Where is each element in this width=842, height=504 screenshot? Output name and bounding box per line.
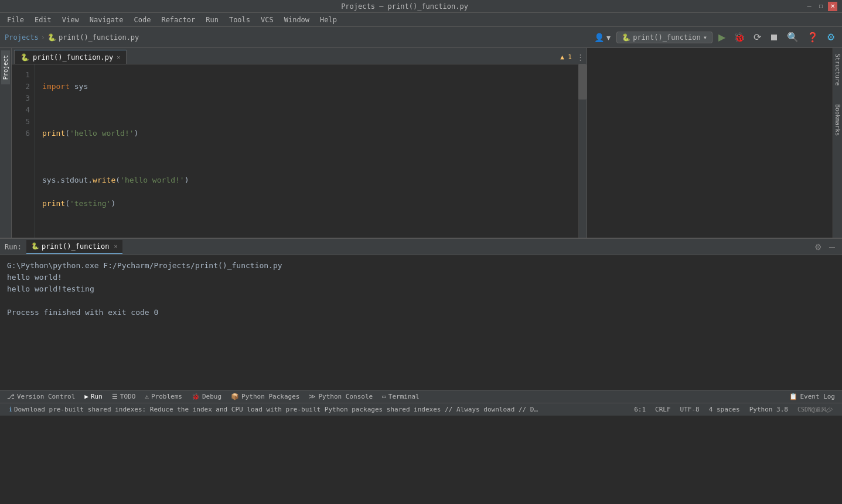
- python-file-icon: 🐍: [47, 33, 56, 42]
- main-content: Project 🐍 print()_function.py ✕ ▲ 1 ⋮: [0, 48, 842, 390]
- problems-icon: ⚠: [145, 393, 149, 400]
- status-python-version[interactable]: Python 3.8: [745, 406, 793, 413]
- tool-todo[interactable]: ☰ TODO: [107, 390, 141, 403]
- maximize-button[interactable]: □: [816, 2, 826, 11]
- bottom-tab-bar: Run: 🐍 print()_function ✕ ⚙ ─: [0, 239, 842, 255]
- python-console-label: Python Console: [318, 393, 373, 400]
- todo-icon: ☰: [112, 393, 118, 400]
- tool-debug[interactable]: 🐞 Debug: [187, 390, 226, 403]
- left-sidebar: Project: [0, 48, 12, 238]
- breadcrumb-separator: ›: [41, 33, 45, 42]
- tool-python-console[interactable]: ≫ Python Console: [304, 390, 377, 403]
- run-config-name: print()_function: [633, 33, 701, 42]
- menu-run[interactable]: Run: [201, 15, 223, 25]
- run-tab-name: print()_function: [42, 242, 110, 251]
- sidebar-tab-project[interactable]: Project: [1, 50, 10, 84]
- tool-event-log[interactable]: 📋 Event Log: [785, 390, 840, 403]
- code-editor[interactable]: 1 2 3 4 5 6 import sys print('hello worl…: [12, 64, 587, 238]
- settings-button[interactable]: ⚙: [824, 30, 837, 44]
- status-indent[interactable]: 4 spaces: [704, 406, 745, 413]
- python-packages-label: Python Packages: [241, 393, 299, 400]
- run-config-selector[interactable]: 🐍 print()_function ▾: [616, 32, 713, 43]
- menu-view[interactable]: View: [57, 15, 84, 25]
- notification-icon: ℹ: [9, 406, 12, 413]
- breadcrumb-filename[interactable]: print()_function.py: [59, 33, 139, 42]
- statusbar: ℹ Download pre-built shared indexes: Red…: [0, 403, 842, 416]
- help-button[interactable]: ❓: [804, 30, 821, 44]
- menu-edit[interactable]: Edit: [30, 15, 56, 25]
- titlebar: Projects – print()_function.py ─ □ ✕: [0, 0, 842, 13]
- run-config-dropdown-icon: ▾: [703, 33, 707, 42]
- editor-scrollbar[interactable]: [578, 64, 587, 238]
- menu-help[interactable]: Help: [315, 15, 342, 25]
- line-ending: CRLF: [655, 406, 671, 413]
- status-encoding[interactable]: UTF-8: [676, 406, 704, 413]
- toolbar-right: 👤 ▾ 🐍 print()_function ▾ ▶ 🐞 ⟳ ⏹ 🔍 ❓ ⚙: [592, 30, 837, 44]
- bookmarks-tab[interactable]: Bookmarks: [833, 101, 842, 139]
- status-csdn: CSDN@追风少: [793, 406, 837, 414]
- run-tab[interactable]: 🐍 print()_function ✕: [26, 240, 122, 254]
- notification-icon-area[interactable]: ℹ Download pre-built shared indexes: Red…: [5, 403, 546, 416]
- output-line-5: Process finished with exit code 0: [7, 307, 835, 318]
- code-content[interactable]: import sys print('hello world!') sys.std…: [35, 64, 578, 238]
- profile-button[interactable]: 👤 ▾: [592, 32, 613, 43]
- warning-indicator: ▲ 1: [560, 53, 572, 61]
- breadcrumb-projects[interactable]: Projects: [5, 33, 39, 42]
- editor-container: 🐍 print()_function.py ✕ ▲ 1 ⋮ 1 2 3 4: [12, 48, 587, 238]
- menu-navigate[interactable]: Navigate: [85, 15, 128, 25]
- version-control-label: Version Control: [17, 393, 75, 400]
- menu-window[interactable]: Window: [279, 15, 314, 25]
- tool-problems[interactable]: ⚠ Problems: [140, 390, 187, 403]
- python-version: Python 3.8: [749, 406, 788, 413]
- minimize-button[interactable]: ─: [804, 2, 814, 11]
- version-control-icon: ⎇: [7, 393, 15, 400]
- coverage-button[interactable]: ⟳: [751, 30, 763, 44]
- status-line-ending[interactable]: CRLF: [650, 406, 676, 413]
- tab-filename: print()_function.py: [33, 53, 113, 61]
- output-line-3: hello world!testing: [7, 283, 835, 295]
- bottom-tools-bar: ⎇ Version Control ▶ Run ☰ TODO ⚠ Problem…: [0, 390, 842, 403]
- run-tool-label: Run: [91, 393, 103, 400]
- menubar: File Edit View Navigate Code Refactor Ru…: [0, 13, 842, 27]
- run-config-icon: 🐍: [622, 33, 630, 42]
- menu-refactor[interactable]: Refactor: [156, 15, 200, 25]
- run-button[interactable]: ▶: [716, 30, 728, 44]
- debug-tool-label: Debug: [202, 393, 221, 400]
- tab-options-icon[interactable]: ⋮: [577, 53, 584, 61]
- tool-python-packages[interactable]: 📦 Python Packages: [226, 390, 304, 403]
- debug-button[interactable]: 🐞: [731, 30, 748, 44]
- status-position[interactable]: 6:1: [629, 406, 650, 413]
- python-console-icon: ≫: [309, 393, 316, 400]
- indent: 4 spaces: [709, 406, 740, 413]
- structure-tab[interactable]: Structure: [833, 50, 842, 89]
- menu-tools[interactable]: Tools: [224, 15, 255, 25]
- run-tab-close[interactable]: ✕: [114, 243, 118, 249]
- run-minimize-button[interactable]: ─: [827, 241, 837, 253]
- run-tab-icon: 🐍: [31, 242, 39, 250]
- tab-close-button[interactable]: ✕: [117, 54, 120, 60]
- run-settings-button[interactable]: ⚙: [812, 241, 824, 253]
- editor-tab-main[interactable]: 🐍 print()_function.py ✕: [14, 50, 127, 64]
- tool-run[interactable]: ▶ Run: [80, 390, 107, 403]
- line-numbers: 1 2 3 4 5 6: [12, 64, 35, 238]
- tool-terminal[interactable]: ▭ Terminal: [377, 390, 424, 403]
- right-sidebar: Structure Bookmarks: [833, 48, 842, 238]
- run-output: G:\Python\python.exe F:/Pycharm/Projects…: [0, 255, 842, 390]
- tab-file-icon: 🐍: [21, 53, 29, 61]
- stop-button[interactable]: ⏹: [767, 31, 781, 44]
- menu-code[interactable]: Code: [129, 15, 156, 25]
- tool-version-control[interactable]: ⎇ Version Control: [2, 390, 80, 403]
- title-text: Projects – print()_function.py: [5, 2, 804, 11]
- run-label: Run:: [5, 243, 22, 251]
- bottom-panel: Run: 🐍 print()_function ✕ ⚙ ─ G:\Python\…: [0, 238, 842, 390]
- menu-file[interactable]: File: [2, 15, 29, 25]
- notification-text: Download pre-built shared indexes: Reduc…: [14, 406, 541, 413]
- toolbar: Projects › 🐍 print()_function.py 👤 ▾ 🐍 p…: [0, 27, 842, 48]
- output-line-4: [7, 295, 835, 307]
- close-button[interactable]: ✕: [828, 2, 837, 11]
- menu-vcs[interactable]: VCS: [256, 15, 278, 25]
- search-button[interactable]: 🔍: [785, 30, 801, 44]
- terminal-icon: ▭: [382, 393, 386, 400]
- python-packages-icon: 📦: [231, 393, 239, 400]
- breadcrumb: Projects › 🐍 print()_function.py: [5, 33, 139, 42]
